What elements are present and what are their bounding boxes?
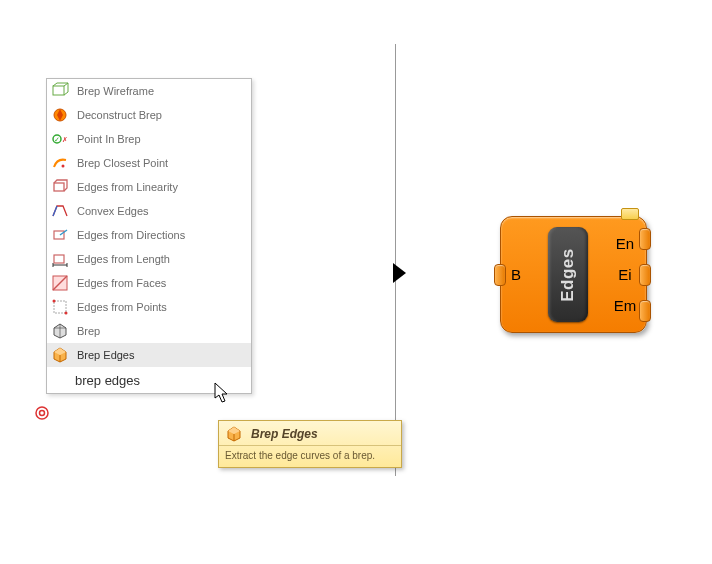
component-tooltip: Brep Edges Extract the edge curves of a … (218, 420, 402, 468)
node-input-label: B (511, 266, 521, 283)
svg-line-10 (53, 206, 57, 216)
deconstruct-icon (51, 106, 69, 124)
svg-point-8 (62, 165, 65, 168)
brep-edges-icon (51, 346, 69, 364)
menu-item-brep-edges[interactable]: Brep Edges (47, 343, 251, 367)
component-search-popup: Brep Wireframe Deconstruct Brep ✓✗ Point… (46, 78, 252, 394)
menu-item-brep[interactable]: Brep (47, 319, 251, 343)
menu-item-label: Edges from Points (77, 301, 167, 313)
tooltip-body: Extract the edge curves of a brep. (219, 445, 401, 467)
edges-directions-icon (51, 226, 69, 244)
menu-item-brep-closest-point[interactable]: Brep Closest Point (47, 151, 251, 175)
svg-point-1 (40, 411, 45, 416)
node-output-label-3: Em (614, 297, 637, 314)
node-output-label-2: Ei (618, 266, 631, 283)
divider-arrow-icon (393, 263, 406, 283)
svg-rect-19 (54, 301, 66, 313)
convex-edges-icon (51, 202, 69, 220)
menu-item-label: Brep Closest Point (77, 157, 168, 169)
brep-edges-icon (225, 425, 243, 443)
component-search-input[interactable] (73, 372, 245, 389)
canvas-divider (395, 44, 396, 476)
menu-item-label: Convex Edges (77, 205, 149, 217)
closest-point-icon (51, 154, 69, 172)
node-output-grip-1[interactable] (639, 228, 651, 250)
menu-item-label: Brep (77, 325, 100, 337)
svg-rect-13 (54, 255, 64, 263)
placement-target-icon (34, 405, 50, 421)
menu-item-label: Edges from Linearity (77, 181, 178, 193)
svg-rect-9 (54, 183, 64, 191)
edges-length-icon (51, 250, 69, 268)
brep-edges-node[interactable]: B Edges En Ei Em (500, 216, 645, 333)
menu-item-label: Edges from Directions (77, 229, 185, 241)
wireframe-icon (51, 82, 69, 100)
menu-item-edges-faces[interactable]: Edges from Faces (47, 271, 251, 295)
svg-text:✗: ✗ (62, 136, 68, 143)
tooltip-title: Brep Edges (251, 427, 318, 441)
menu-item-label: Brep Wireframe (77, 85, 154, 97)
svg-point-21 (65, 312, 68, 315)
node-output-label-1: En (616, 235, 634, 252)
menu-item-deconstruct-brep[interactable]: Deconstruct Brep (47, 103, 251, 127)
search-row (47, 367, 251, 393)
node-center-label: Edges (558, 248, 578, 302)
menu-item-brep-wireframe[interactable]: Brep Wireframe (47, 79, 251, 103)
menu-item-edges-linearity[interactable]: Edges from Linearity (47, 175, 251, 199)
node-warning-badge-icon (621, 208, 639, 220)
menu-item-label: Deconstruct Brep (77, 109, 162, 121)
node-center-pill: Edges (548, 227, 588, 322)
node-input-grip[interactable] (494, 264, 506, 286)
svg-rect-11 (54, 231, 64, 239)
menu-item-label: Point In Brep (77, 133, 141, 145)
menu-item-label: Brep Edges (77, 349, 134, 361)
menu-item-edges-length[interactable]: Edges from Length (47, 247, 251, 271)
menu-item-label: Edges from Length (77, 253, 170, 265)
node-output-grip-2[interactable] (639, 264, 651, 286)
edges-points-icon (51, 298, 69, 316)
svg-point-20 (53, 300, 56, 303)
menu-item-edges-points[interactable]: Edges from Points (47, 295, 251, 319)
point-in-brep-icon: ✓✗ (51, 130, 69, 148)
menu-item-label: Edges from Faces (77, 277, 166, 289)
edges-faces-icon (51, 274, 69, 292)
edges-linearity-icon (51, 178, 69, 196)
brep-icon (51, 322, 69, 340)
node-output-grip-3[interactable] (639, 300, 651, 322)
svg-rect-2 (53, 86, 64, 95)
svg-point-0 (36, 407, 48, 419)
menu-item-convex-edges[interactable]: Convex Edges (47, 199, 251, 223)
menu-item-point-in-brep[interactable]: ✓✗ Point In Brep (47, 127, 251, 151)
menu-item-edges-directions[interactable]: Edges from Directions (47, 223, 251, 247)
svg-text:✓: ✓ (54, 136, 60, 143)
